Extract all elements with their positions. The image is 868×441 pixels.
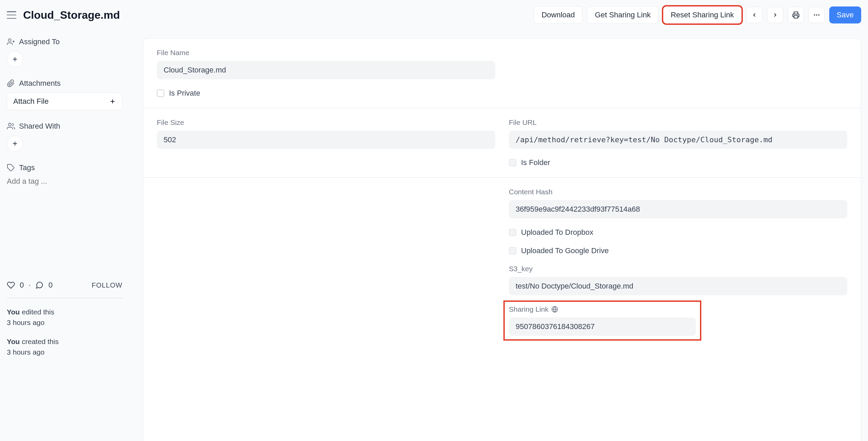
shared-with-label: Shared With — [7, 122, 129, 131]
activity-item: You created this 3 hours ago — [7, 336, 122, 358]
plus-icon — [109, 98, 116, 105]
file-url-label: File URL — [509, 118, 847, 127]
add-shared-button[interactable] — [7, 135, 23, 152]
plus-icon — [12, 56, 18, 63]
prev-button[interactable] — [746, 7, 763, 23]
chevron-right-icon — [772, 12, 778, 18]
sharing-link-label: Sharing Link — [509, 305, 696, 313]
globe-icon — [551, 306, 558, 313]
plus-icon — [12, 140, 18, 147]
activity-item: You edited this 3 hours ago — [7, 307, 122, 328]
uploaded-gdrive-label: Uploaded To Google Drive — [521, 246, 609, 255]
content-hash-field: 36f959e9ac9f2442233df93f77514a68 — [509, 200, 847, 218]
attachments-label: Attachments — [7, 79, 129, 88]
uploaded-gdrive-checkbox — [509, 247, 516, 255]
is-private-label: Is Private — [169, 89, 200, 98]
print-button[interactable] — [788, 7, 804, 23]
svg-point-3 — [818, 14, 819, 16]
printer-icon — [792, 11, 800, 19]
dots-icon — [813, 11, 820, 19]
uploaded-dropbox-checkbox — [509, 229, 516, 236]
file-name-label: File Name — [157, 49, 495, 57]
download-button[interactable]: Download — [534, 6, 583, 24]
file-size-field: 502 — [157, 131, 495, 149]
is-folder-label: Is Folder — [521, 158, 550, 167]
svg-point-4 — [9, 39, 11, 42]
file-size-label: File Size — [157, 118, 495, 127]
heart-icon[interactable] — [7, 281, 15, 289]
is-folder-checkbox — [509, 159, 516, 166]
is-private-checkbox[interactable] — [157, 89, 164, 97]
content-hash-label: Content Hash — [509, 188, 847, 196]
attach-file-button[interactable]: Attach File — [7, 93, 122, 110]
file-name-field[interactable]: Cloud_Storage.md — [157, 61, 495, 79]
paperclip-icon — [7, 79, 15, 87]
menu-icon[interactable] — [7, 11, 16, 19]
next-button[interactable] — [767, 7, 783, 23]
get-sharing-link-button[interactable]: Get Sharing Link — [587, 6, 658, 24]
assigned-to-label: Assigned To — [7, 37, 129, 46]
reset-sharing-link-button[interactable]: Reset Sharing Link — [663, 6, 742, 24]
user-plus-icon — [7, 38, 15, 46]
more-button[interactable] — [808, 7, 825, 23]
page-title: Cloud_Storage.md — [23, 9, 120, 21]
svg-point-1 — [814, 14, 815, 16]
chevron-left-icon — [751, 12, 757, 18]
save-button[interactable]: Save — [829, 6, 861, 23]
comment-count: 0 — [48, 281, 52, 290]
sharing-link-field[interactable]: 9507860376184308267 — [509, 317, 696, 336]
svg-point-2 — [816, 14, 817, 16]
users-icon — [7, 122, 15, 130]
tags-label: Tags — [7, 163, 129, 172]
follow-button[interactable]: FOLLOW — [92, 281, 122, 289]
s3-key-field: test/No Doctype/Cloud_Storage.md — [509, 277, 847, 295]
add-assignee-button[interactable] — [7, 51, 23, 67]
s3-key-label: S3_key — [509, 265, 847, 273]
tag-icon — [7, 164, 15, 172]
tag-input[interactable] — [7, 177, 129, 186]
svg-rect-0 — [794, 16, 798, 18]
svg-point-11 — [9, 123, 11, 126]
comment-icon[interactable] — [35, 281, 44, 289]
file-url-field[interactable]: /api/method/retrieve?key=test/No Doctype… — [509, 131, 847, 149]
like-count: 0 — [20, 281, 24, 290]
uploaded-dropbox-label: Uploaded To Dropbox — [521, 228, 593, 237]
